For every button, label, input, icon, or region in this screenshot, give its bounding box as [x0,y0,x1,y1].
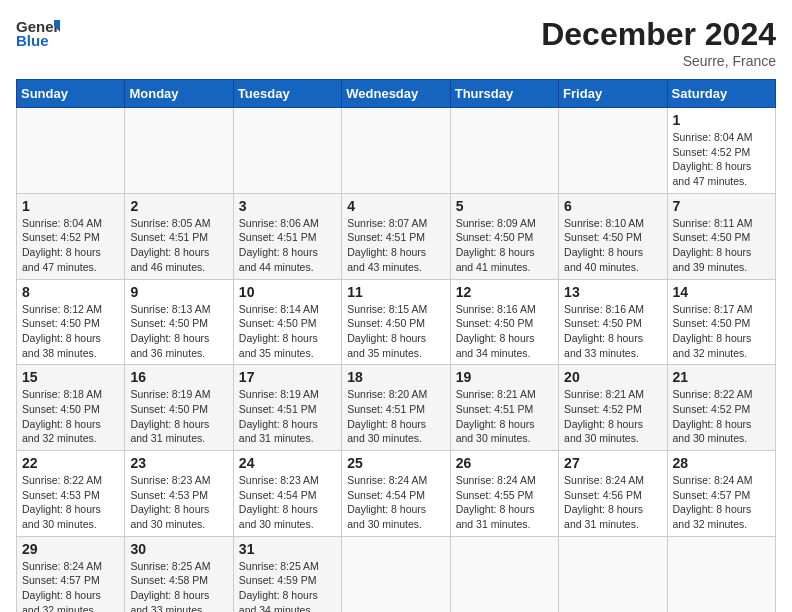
day-info: Sunrise: 8:06 AMSunset: 4:51 PMDaylight:… [239,216,336,275]
logo-icon: General Blue [16,16,60,56]
calendar-day-4: 4Sunrise: 8:07 AMSunset: 4:51 PMDaylight… [342,193,450,279]
calendar-day-31: 31Sunrise: 8:25 AMSunset: 4:59 PMDayligh… [233,536,341,612]
day-number: 2 [130,198,227,214]
calendar-header-row: SundayMondayTuesdayWednesdayThursdayFrid… [17,80,776,108]
day-number: 1 [673,112,770,128]
day-number: 20 [564,369,661,385]
day-info: Sunrise: 8:24 AMSunset: 4:57 PMDaylight:… [673,473,770,532]
calendar-day-13: 13Sunrise: 8:16 AMSunset: 4:50 PMDayligh… [559,279,667,365]
calendar-table: SundayMondayTuesdayWednesdayThursdayFrid… [16,79,776,612]
title-section: December 2024 Seurre, France [541,16,776,69]
day-info: Sunrise: 8:12 AMSunset: 4:50 PMDaylight:… [22,302,119,361]
day-info: Sunrise: 8:23 AMSunset: 4:53 PMDaylight:… [130,473,227,532]
day-header-saturday: Saturday [667,80,775,108]
empty-cell [342,108,450,194]
day-info: Sunrise: 8:20 AMSunset: 4:51 PMDaylight:… [347,387,444,446]
calendar-day-22: 22Sunrise: 8:22 AMSunset: 4:53 PMDayligh… [17,451,125,537]
calendar-day-19: 19Sunrise: 8:21 AMSunset: 4:51 PMDayligh… [450,365,558,451]
day-number: 1 [22,198,119,214]
day-info: Sunrise: 8:21 AMSunset: 4:51 PMDaylight:… [456,387,553,446]
day-number: 12 [456,284,553,300]
calendar-day-11: 11Sunrise: 8:15 AMSunset: 4:50 PMDayligh… [342,279,450,365]
day-number: 29 [22,541,119,557]
calendar-day-18: 18Sunrise: 8:20 AMSunset: 4:51 PMDayligh… [342,365,450,451]
empty-cell [667,536,775,612]
day-number: 8 [22,284,119,300]
empty-cell [450,108,558,194]
calendar-day-24: 24Sunrise: 8:23 AMSunset: 4:54 PMDayligh… [233,451,341,537]
day-number: 10 [239,284,336,300]
day-info: Sunrise: 8:04 AMSunset: 4:52 PMDaylight:… [673,130,770,189]
empty-cell [450,536,558,612]
day-number: 9 [130,284,227,300]
day-info: Sunrise: 8:25 AMSunset: 4:59 PMDaylight:… [239,559,336,612]
calendar-day-29: 29Sunrise: 8:24 AMSunset: 4:57 PMDayligh… [17,536,125,612]
calendar-week-row: 1Sunrise: 8:04 AMSunset: 4:52 PMDaylight… [17,193,776,279]
page-header: General Blue December 2024 Seurre, Franc… [16,16,776,69]
day-number: 14 [673,284,770,300]
day-info: Sunrise: 8:17 AMSunset: 4:50 PMDaylight:… [673,302,770,361]
empty-cell [233,108,341,194]
calendar-day-2: 2Sunrise: 8:05 AMSunset: 4:51 PMDaylight… [125,193,233,279]
day-info: Sunrise: 8:15 AMSunset: 4:50 PMDaylight:… [347,302,444,361]
calendar-day-30: 30Sunrise: 8:25 AMSunset: 4:58 PMDayligh… [125,536,233,612]
calendar-week-row: 15Sunrise: 8:18 AMSunset: 4:50 PMDayligh… [17,365,776,451]
day-header-sunday: Sunday [17,80,125,108]
location: Seurre, France [541,53,776,69]
day-number: 16 [130,369,227,385]
day-info: Sunrise: 8:24 AMSunset: 4:56 PMDaylight:… [564,473,661,532]
calendar-day-26: 26Sunrise: 8:24 AMSunset: 4:55 PMDayligh… [450,451,558,537]
day-header-tuesday: Tuesday [233,80,341,108]
day-number: 13 [564,284,661,300]
day-info: Sunrise: 8:14 AMSunset: 4:50 PMDaylight:… [239,302,336,361]
day-number: 30 [130,541,227,557]
calendar-day-16: 16Sunrise: 8:19 AMSunset: 4:50 PMDayligh… [125,365,233,451]
calendar-day-14: 14Sunrise: 8:17 AMSunset: 4:50 PMDayligh… [667,279,775,365]
day-info: Sunrise: 8:24 AMSunset: 4:54 PMDaylight:… [347,473,444,532]
day-number: 7 [673,198,770,214]
day-number: 11 [347,284,444,300]
day-number: 24 [239,455,336,471]
day-number: 21 [673,369,770,385]
day-info: Sunrise: 8:25 AMSunset: 4:58 PMDaylight:… [130,559,227,612]
calendar-day-9: 9Sunrise: 8:13 AMSunset: 4:50 PMDaylight… [125,279,233,365]
day-number: 28 [673,455,770,471]
calendar-day-28: 28Sunrise: 8:24 AMSunset: 4:57 PMDayligh… [667,451,775,537]
day-number: 31 [239,541,336,557]
day-info: Sunrise: 8:24 AMSunset: 4:57 PMDaylight:… [22,559,119,612]
day-header-thursday: Thursday [450,80,558,108]
calendar-week-row: 8Sunrise: 8:12 AMSunset: 4:50 PMDaylight… [17,279,776,365]
calendar-day-27: 27Sunrise: 8:24 AMSunset: 4:56 PMDayligh… [559,451,667,537]
day-info: Sunrise: 8:04 AMSunset: 4:52 PMDaylight:… [22,216,119,275]
calendar-week-row: 1Sunrise: 8:04 AMSunset: 4:52 PMDaylight… [17,108,776,194]
day-number: 25 [347,455,444,471]
day-info: Sunrise: 8:16 AMSunset: 4:50 PMDaylight:… [456,302,553,361]
day-number: 17 [239,369,336,385]
day-info: Sunrise: 8:19 AMSunset: 4:51 PMDaylight:… [239,387,336,446]
day-info: Sunrise: 8:07 AMSunset: 4:51 PMDaylight:… [347,216,444,275]
day-number: 6 [564,198,661,214]
day-info: Sunrise: 8:23 AMSunset: 4:54 PMDaylight:… [239,473,336,532]
empty-cell [17,108,125,194]
calendar-day-15: 15Sunrise: 8:18 AMSunset: 4:50 PMDayligh… [17,365,125,451]
calendar-day-10: 10Sunrise: 8:14 AMSunset: 4:50 PMDayligh… [233,279,341,365]
calendar-week-row: 29Sunrise: 8:24 AMSunset: 4:57 PMDayligh… [17,536,776,612]
day-number: 5 [456,198,553,214]
calendar-day-3: 3Sunrise: 8:06 AMSunset: 4:51 PMDaylight… [233,193,341,279]
day-info: Sunrise: 8:18 AMSunset: 4:50 PMDaylight:… [22,387,119,446]
empty-cell [559,108,667,194]
empty-cell [342,536,450,612]
calendar-day-8: 8Sunrise: 8:12 AMSunset: 4:50 PMDaylight… [17,279,125,365]
day-info: Sunrise: 8:22 AMSunset: 4:52 PMDaylight:… [673,387,770,446]
day-number: 4 [347,198,444,214]
day-number: 15 [22,369,119,385]
calendar-day-1: 1Sunrise: 8:04 AMSunset: 4:52 PMDaylight… [17,193,125,279]
day-header-friday: Friday [559,80,667,108]
day-info: Sunrise: 8:16 AMSunset: 4:50 PMDaylight:… [564,302,661,361]
day-header-monday: Monday [125,80,233,108]
calendar-day-5: 5Sunrise: 8:09 AMSunset: 4:50 PMDaylight… [450,193,558,279]
empty-cell [559,536,667,612]
calendar-day-12: 12Sunrise: 8:16 AMSunset: 4:50 PMDayligh… [450,279,558,365]
day-info: Sunrise: 8:21 AMSunset: 4:52 PMDaylight:… [564,387,661,446]
day-info: Sunrise: 8:11 AMSunset: 4:50 PMDaylight:… [673,216,770,275]
